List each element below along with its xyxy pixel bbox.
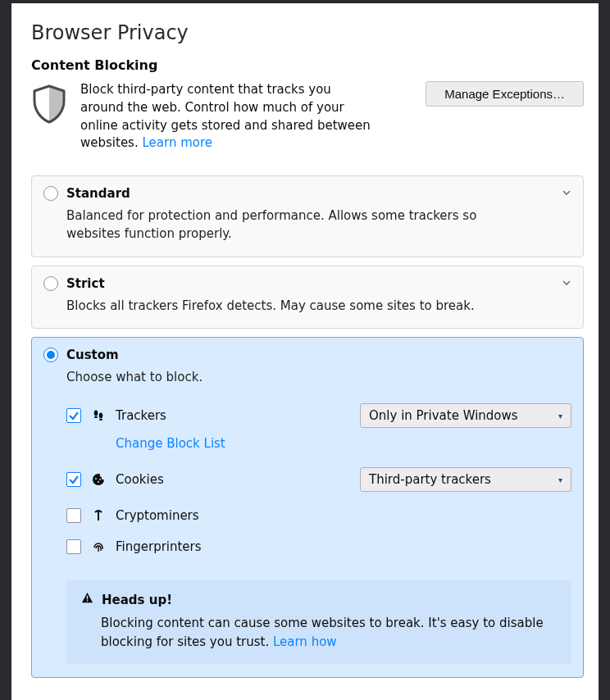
shield-icon [31, 84, 67, 127]
radio-custom[interactable] [43, 348, 58, 362]
svg-point-5 [98, 481, 99, 483]
custom-body: Trackers Only in Private Windows ▾ Chang… [66, 403, 571, 664]
privacy-settings-page: Browser Privacy Content Blocking Block t… [11, 3, 599, 700]
headsup-box: Heads up! Blocking content can cause som… [66, 580, 571, 664]
intro-row: Block third-party content that tracks yo… [31, 81, 584, 152]
svg-rect-3 [99, 419, 102, 420]
headsup-title: Heads up! [102, 593, 172, 607]
option-strict-header: Strict [43, 276, 571, 291]
row-cookies: Cookies Third-party trackers ▾ [66, 467, 571, 492]
option-standard[interactable]: Standard Balanced for protection and per… [31, 175, 584, 257]
option-custom-header: Custom [43, 348, 571, 362]
option-strict-desc: Blocks all trackers Firefox detects. May… [66, 298, 526, 316]
radio-strict[interactable] [43, 276, 58, 291]
svg-point-6 [99, 479, 101, 480]
svg-point-2 [99, 413, 103, 419]
label-cookies: Cookies [116, 472, 164, 487]
label-cryptominers: Cryptominers [116, 508, 199, 523]
learn-more-link[interactable]: Learn more [142, 135, 212, 150]
svg-rect-8 [87, 600, 89, 602]
checkbox-cryptominers[interactable] [66, 508, 81, 523]
cookie-icon [91, 472, 106, 487]
checkbox-trackers[interactable] [66, 408, 81, 423]
svg-point-4 [95, 478, 97, 480]
chevron-down-icon [562, 186, 571, 201]
intro-text: Block third-party content that tracks yo… [80, 81, 376, 152]
pickaxe-icon [91, 508, 106, 523]
option-standard-header: Standard [43, 186, 571, 201]
dropdown-cookies[interactable]: Third-party trackers ▾ [360, 467, 571, 492]
option-custom-title: Custom [66, 348, 119, 362]
option-strict[interactable]: Strict Blocks all trackers Firefox detec… [31, 266, 584, 330]
caret-down-icon: ▾ [558, 411, 562, 420]
chevron-down-icon [562, 276, 571, 291]
checkbox-cookies[interactable] [66, 472, 81, 487]
section-heading: Content Blocking [31, 57, 584, 73]
headsup-title-row: Heads up! [81, 592, 557, 607]
option-standard-desc: Balanced for protection and performance.… [66, 207, 526, 243]
option-custom[interactable]: Custom Choose what to block. Trackers On… [31, 337, 584, 678]
fingerprint-icon [91, 539, 106, 554]
svg-rect-7 [87, 596, 89, 600]
svg-rect-1 [94, 416, 98, 418]
intro-description: Block third-party content that tracks yo… [80, 82, 371, 150]
dropdown-trackers-value: Only in Private Windows [369, 408, 518, 423]
option-custom-desc: Choose what to block. [66, 369, 526, 387]
radio-standard[interactable] [43, 186, 58, 201]
label-fingerprinters: Fingerprinters [116, 539, 202, 554]
learn-how-link[interactable]: Learn how [273, 634, 337, 649]
label-trackers: Trackers [116, 408, 166, 423]
warning-icon [81, 592, 93, 607]
checkbox-fingerprinters[interactable] [66, 539, 81, 554]
row-cryptominers: Cryptominers [66, 508, 571, 523]
headsup-body: Blocking content can cause some websites… [101, 614, 557, 651]
footsteps-icon [91, 408, 106, 423]
row-trackers: Trackers Only in Private Windows ▾ [66, 403, 571, 428]
change-block-list-link[interactable]: Change Block List [116, 436, 225, 451]
option-strict-title: Strict [66, 276, 105, 291]
dropdown-trackers[interactable]: Only in Private Windows ▾ [360, 403, 571, 428]
page-title: Browser Privacy [31, 21, 584, 44]
caret-down-icon: ▾ [558, 475, 562, 484]
svg-point-0 [94, 411, 98, 416]
option-standard-title: Standard [66, 186, 130, 201]
change-block-list-row: Change Block List [116, 436, 571, 451]
dropdown-cookies-value: Third-party trackers [369, 472, 491, 487]
manage-exceptions-button[interactable]: Manage Exceptions… [426, 81, 584, 107]
row-fingerprinters: Fingerprinters [66, 539, 571, 554]
